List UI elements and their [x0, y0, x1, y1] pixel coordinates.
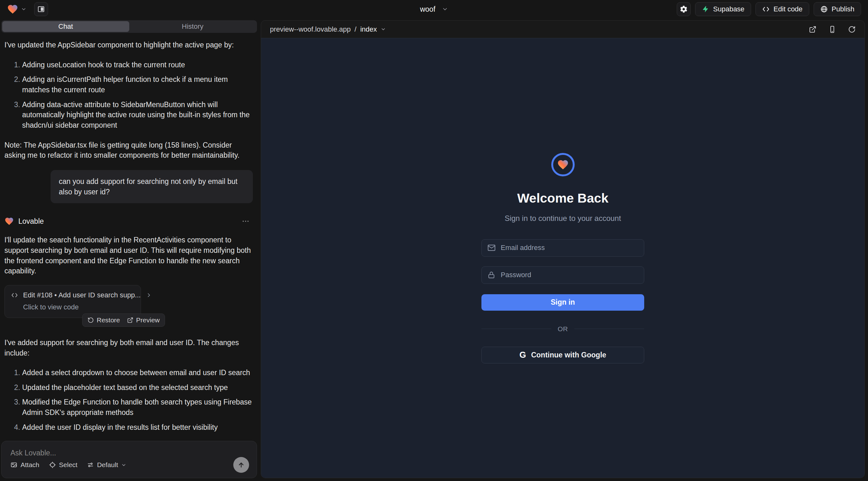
supabase-button[interactable]: Supabase — [695, 2, 751, 16]
edit-code-button-label: Edit code — [774, 5, 803, 13]
app-logo — [551, 153, 575, 177]
chat-input[interactable] — [10, 449, 249, 457]
chevron-down-icon — [121, 462, 126, 468]
assistant-message: Lovable I'll update the search functiona… — [4, 217, 253, 436]
sign-in-card: Welcome Back Sign in to continue to your… — [482, 153, 644, 363]
preview-url-bar: preview--woof.lovable.app / index — [261, 21, 865, 38]
google-g-icon: G — [519, 350, 526, 360]
lovable-heart-icon — [7, 3, 18, 15]
edit-code-button[interactable]: Edit code — [755, 2, 809, 16]
lovable-heart-icon — [4, 217, 14, 226]
continue-with-google-button[interactable]: G Continue with Google — [482, 347, 644, 363]
google-button-label: Continue with Google — [531, 351, 606, 359]
list-item: Adding data-active attribute to SidebarM… — [22, 100, 253, 130]
restore-button-label: Restore — [97, 316, 120, 324]
send-button[interactable] — [233, 457, 249, 473]
tab-chat[interactable]: Chat — [2, 21, 129, 32]
envelope-icon — [488, 244, 496, 252]
list-item: Updated the placeholder text based on th… — [22, 382, 253, 393]
chevron-right-icon — [146, 292, 152, 298]
gear-icon — [680, 5, 688, 13]
app-preview: Welcome Back Sign in to continue to your… — [261, 38, 865, 478]
chevron-down-icon — [21, 6, 27, 12]
mode-selector-label: Default — [97, 461, 118, 469]
supabase-button-label: Supabase — [713, 5, 744, 13]
more-options-icon[interactable] — [242, 217, 250, 225]
preview-url-selector[interactable]: preview--woof.lovable.app / index — [270, 25, 386, 33]
publish-button-label: Publish — [832, 5, 855, 13]
select-button-label: Select — [59, 461, 78, 469]
page-subtitle: Sign in to continue to your account — [504, 214, 621, 223]
toggle-sidebar-button[interactable] — [34, 2, 48, 16]
image-attach-icon — [10, 461, 18, 468]
select-button[interactable]: Select — [49, 461, 78, 469]
or-divider: OR — [482, 325, 644, 333]
list-item: Added the user ID display in the results… — [22, 422, 253, 432]
chat-panel: Chat History I've updated the AppSidebar… — [0, 18, 258, 481]
lock-icon — [488, 271, 495, 279]
page-title: Welcome Back — [517, 191, 609, 206]
code-icon — [762, 5, 770, 13]
publish-button[interactable]: Publish — [814, 2, 861, 16]
arrow-up-icon — [238, 461, 245, 469]
chevron-down-icon — [380, 27, 386, 32]
preview-button-label: Preview — [136, 316, 160, 324]
edit-card-subtitle: Click to view code — [23, 303, 134, 311]
assistant-name: Lovable — [18, 217, 44, 226]
edit-card-title: Edit #108 • Add user ID search supp... — [23, 291, 141, 299]
list-item: Added a select dropdown to choose betwee… — [22, 367, 253, 378]
chat-message-list[interactable]: I've updated the AppSidebar component to… — [0, 33, 258, 436]
or-divider-label: OR — [558, 325, 568, 333]
preview-panel: preview--woof.lovable.app / index — [261, 20, 865, 478]
globe-icon — [820, 5, 828, 13]
project-switcher[interactable]: woof — [420, 5, 448, 13]
sign-in-button[interactable]: Sign in — [482, 294, 644, 311]
user-message-row: can you add support for searching not on… — [4, 170, 253, 203]
attach-button-label: Attach — [21, 461, 39, 469]
code-icon — [11, 292, 18, 299]
lovable-logo-menu[interactable] — [7, 3, 27, 15]
assistant-message-header: Lovable — [4, 217, 253, 226]
restore-button[interactable]: Restore — [88, 316, 120, 324]
sliders-icon — [87, 461, 94, 468]
message-paragraph: I've updated the AppSidebar component to… — [4, 40, 253, 50]
project-name: woof — [420, 5, 436, 13]
preview-url: preview--woof.lovable.app — [270, 25, 351, 33]
message-paragraph: Note: The AppSidebar.tsx file is getting… — [4, 140, 253, 161]
supabase-bolt-icon — [702, 5, 709, 13]
preview-page: index — [360, 25, 377, 33]
message-paragraph: I'll update the search functionality in … — [4, 235, 253, 276]
mobile-view-icon[interactable] — [829, 26, 836, 33]
top-bar: woof Supabase Edit code Publish — [0, 0, 868, 18]
external-link-icon — [127, 317, 133, 323]
list-item: Modified the Edge Function to handle bot… — [22, 397, 253, 417]
tab-history[interactable]: History — [129, 21, 256, 32]
message-ordered-list: Adding useLocation hook to track the cur… — [4, 60, 253, 130]
preview-button[interactable]: Preview — [127, 316, 160, 324]
edit-code-card[interactable]: Edit #108 • Add user ID search supp... C… — [4, 285, 141, 318]
chat-composer: Attach Select Default — [1, 441, 257, 478]
message-ordered-list: Added a select dropdown to choose betwee… — [4, 367, 253, 432]
mode-selector[interactable]: Default — [87, 461, 127, 469]
restore-icon — [88, 317, 94, 323]
attach-button[interactable]: Attach — [10, 461, 39, 469]
open-in-new-tab-icon[interactable] — [809, 26, 816, 33]
panel-toggle-icon — [37, 5, 45, 13]
password-field[interactable] — [482, 266, 644, 284]
email-field[interactable] — [482, 239, 644, 257]
user-message-bubble: can you add support for searching not on… — [51, 170, 253, 203]
url-separator: / — [355, 25, 356, 33]
list-item: Adding an isCurrentPath helper function … — [22, 74, 253, 95]
assistant-message: I've updated the AppSidebar component to… — [4, 40, 253, 161]
list-item: Adding useLocation hook to track the cur… — [22, 60, 253, 70]
chat-history-tabs: Chat History — [1, 20, 257, 33]
crosshair-icon — [49, 461, 56, 468]
settings-button[interactable] — [677, 2, 691, 16]
edit-card-actions: Restore Preview — [82, 314, 165, 327]
refresh-icon[interactable] — [848, 26, 856, 33]
message-paragraph: I've added support for searching by both… — [4, 338, 253, 358]
chevron-down-icon — [442, 6, 448, 12]
